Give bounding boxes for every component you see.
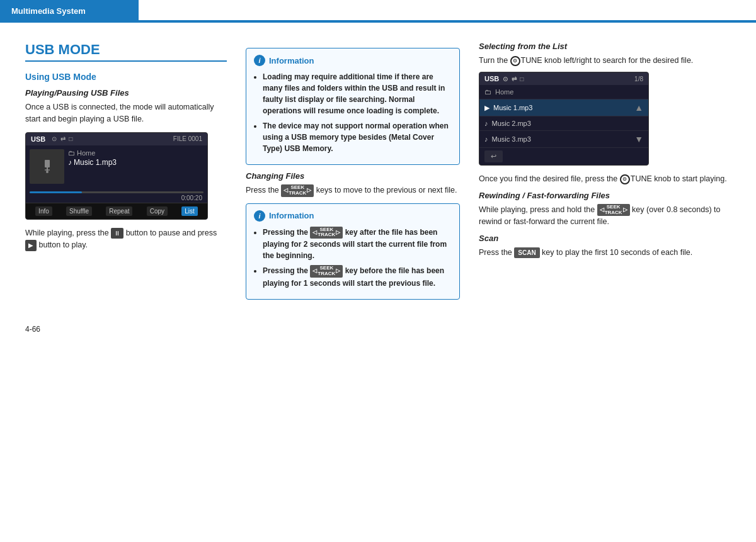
usb-list-icons: ⊙ ⇄ □ (503, 76, 524, 82)
info-box-1-list: Loading may require additional time if t… (254, 71, 452, 154)
tune-label-2: TUNE (631, 174, 652, 183)
tune-knob-2: ⊙ (620, 174, 630, 184)
music-icon-2: ♪ (484, 120, 488, 127)
play-icon-1: ▶ (484, 104, 490, 112)
footer: 4-66 (0, 319, 756, 340)
section5-title: Scan (479, 234, 731, 243)
folder-icon: 🗀 (484, 88, 491, 96)
tune-label-1: TUNE (521, 56, 542, 65)
page-number: 4-66 (25, 325, 40, 334)
section3-body2: Once you find the desired file, press th… (479, 173, 731, 185)
usb-status-icons: ⊙ ⇄ □ (52, 135, 72, 142)
usb-file-info: 🗀 Home ♪ Music 1.mp3 (68, 149, 203, 184)
scan-button: SCAN (514, 247, 539, 259)
header-title: Multimedia System (0, 0, 139, 21)
section3-body: Turn the ⊙TUNE knob left/right to search… (479, 55, 731, 67)
usb-thumbnail (30, 149, 64, 184)
info-box-2-title: Information (269, 211, 314, 220)
info-box-1-header: i Information (254, 55, 452, 66)
play-button-icon: ▶ (25, 240, 37, 251)
tune-knob-1: ⊙ (510, 56, 520, 66)
section2-title: Changing Files (246, 171, 460, 181)
usb-screen-2: USB ⊙ ⇄ □ 1/8 🗀 Home ▶ Music 1.mp3 ▲ ♪ M… (479, 72, 649, 166)
music-icon-3: ♪ (484, 135, 488, 143)
usb-list-nav: ↩ (479, 148, 648, 165)
info-box-1-title: Information (269, 56, 314, 65)
info-box-2: i Information Pressing the ◁ SEEKTRACK ▷… (246, 203, 460, 300)
main-title: USB MODE (25, 42, 227, 62)
seek-track-btn-1: ◁ SEEKTRACK ▷ (281, 184, 314, 197)
usb-copy-btn[interactable]: Copy (147, 206, 168, 216)
nav-arrow-up: ▲ (634, 103, 643, 113)
svg-rect-0 (45, 160, 50, 167)
seek-track-btn-4: ◁ SEEKTRACK ▷ (597, 204, 630, 217)
page-header: Multimedia System (0, 0, 756, 23)
usb-list-header-left: USB ⊙ ⇄ □ (484, 75, 524, 82)
right-column: Selecting from the List Turn the ⊙TUNE k… (479, 42, 731, 306)
info-box-1-item-2: The device may not support normal operat… (263, 120, 452, 154)
usb-controls-bar: Info Shuffle Repeat Copy List (26, 203, 207, 219)
usb-time: 0:00:20 (26, 193, 207, 203)
usb-label-2: USB (484, 75, 499, 82)
info-icon-1: i (254, 55, 265, 66)
header-line (139, 0, 756, 21)
file-name-2: Music 2.mp3 (492, 120, 531, 127)
main-content: USB MODE Using USB Mode Playing/Pausing … (0, 23, 756, 319)
usb-file-row-1: ▶ Music 1.mp3 ▲ (479, 99, 648, 116)
seek-track-btn-3: ◁ SEEKTRACK ▷ (310, 265, 343, 278)
usb-screen-header: USB ⊙ ⇄ □ FILE 0001 (26, 133, 207, 145)
usb-file-row-2: ♪ Music 2.mp3 (479, 116, 648, 131)
usb-body: 🗀 Home ♪ Music 1.mp3 (26, 145, 207, 188)
middle-column: i Information Loading may require additi… (246, 42, 460, 306)
info-box-2-item-1: Pressing the ◁ SEEKTRACK ▷ key after the… (263, 227, 452, 262)
usb-repeat-btn[interactable]: Repeat (106, 206, 132, 216)
info-box-2-item-2: Pressing the ◁ SEEKTRACK ▷ key before th… (263, 265, 452, 289)
folder-name: Home (495, 88, 513, 96)
file-name-1: Music 1.mp3 (493, 104, 532, 111)
usb-screen-1: USB ⊙ ⇄ □ FILE 0001 🗀 Home (25, 132, 208, 220)
pause-button-icon: ⏸ (111, 228, 123, 239)
pause-text: While playing, press the ⏸ button to pau… (25, 227, 227, 252)
info-box-1-item-1: Loading may require additional time if t… (263, 71, 452, 116)
file-name-3: Music 3.mp3 (492, 135, 531, 143)
file-num: FILE 0001 (173, 135, 202, 142)
subtitle: Using USB Mode (25, 72, 227, 82)
section3-title: Selecting from the List (479, 42, 731, 51)
section1-title: Playing/Pausing USB Files (25, 88, 227, 98)
usb-back-btn[interactable]: ↩ (484, 150, 503, 162)
svg-point-2 (46, 171, 49, 173)
usb-file-row-3: ♪ Music 3.mp3 ▼ (479, 131, 648, 148)
usb-shuffle-btn[interactable]: Shuffle (66, 206, 92, 216)
info-icon-2: i (254, 210, 265, 222)
usb-list-btn[interactable]: List (181, 206, 198, 216)
section4-body: While playing, press and hold the ◁ SEEK… (479, 204, 731, 229)
seek-track-btn-2: ◁ SEEKTRACK ▷ (310, 227, 343, 239)
section1-body: Once a USB is connected, the mode will a… (25, 101, 227, 126)
usb-filename: ♪ Music 1.mp3 (68, 158, 203, 167)
usb-list-header: USB ⊙ ⇄ □ 1/8 (479, 72, 648, 85)
usb-label: USB (31, 135, 45, 143)
left-column: USB MODE Using USB Mode Playing/Pausing … (25, 42, 227, 306)
usb-folder-row: 🗀 Home (479, 85, 648, 99)
usb-info-btn[interactable]: Info (35, 206, 52, 216)
info-box-1: i Information Loading may require additi… (246, 48, 460, 165)
section5-body: Press the SCAN key to play the first 10 … (479, 247, 731, 259)
nav-arrow-down: ▼ (634, 134, 643, 144)
info-box-2-header: i Information (254, 210, 452, 222)
info-box-2-list: Pressing the ◁ SEEKTRACK ▷ key after the… (254, 227, 452, 289)
usb-count: 1/8 (634, 76, 643, 82)
section2-body: Press the ◁ SEEKTRACK ▷ keys to move to … (246, 184, 460, 197)
usb-folder: 🗀 Home (68, 149, 203, 157)
section4-title: Rewinding / Fast-forwarding Files (479, 191, 731, 200)
